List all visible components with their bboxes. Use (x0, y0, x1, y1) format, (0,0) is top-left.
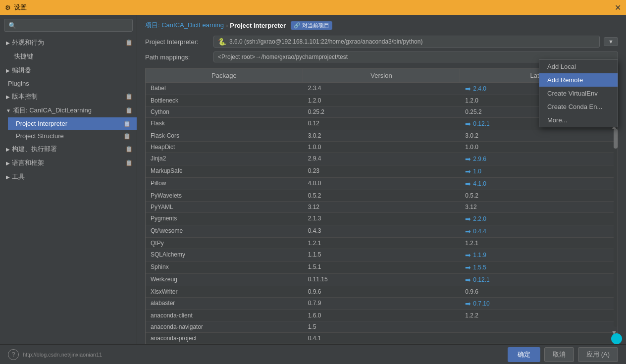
cell-latest: ➡0.12.1 (460, 274, 618, 286)
cell-package: Bottleneck (146, 95, 303, 106)
cell-version: 0.9.6 (303, 286, 461, 297)
latest-value: 0.4.4 (473, 228, 486, 235)
sidebar-item-label: Project Structure (16, 132, 64, 140)
cell-package: Werkzeug (146, 274, 303, 286)
vertical-scrollbar[interactable] (614, 129, 618, 327)
table-row[interactable]: anaconda-navigator1.5 (146, 321, 618, 333)
cell-version: 2.1.3 (303, 213, 461, 225)
latest-value: 1.0 (473, 168, 481, 175)
apply-button[interactable]: 应用 (A) (578, 347, 618, 362)
table-row[interactable]: PyYAML3.123.12 (146, 202, 618, 213)
sidebar: 🔍 ▶ 外观和行为 📋 快捷键 ▶ 编辑器 Plugins ▶ 版本控制 📋 ▼… (0, 15, 137, 344)
sidebar-item-editor[interactable]: ▶ 编辑器 (0, 63, 137, 77)
cell-package: Pillow (146, 178, 303, 190)
sidebar-item-plugins[interactable]: Plugins (0, 77, 137, 90)
bottom-right: 确定 取消 应用 (A) (508, 347, 618, 362)
cell-package: Cython (146, 106, 303, 117)
cell-version: 0.7.9 (303, 298, 461, 310)
breadcrumb-project: 项目: CanICA_DictLearning (145, 21, 224, 30)
ok-button[interactable]: 确定 (508, 347, 540, 362)
cell-package: Pygments (146, 213, 303, 225)
cell-version: 4.0.0 (303, 178, 461, 190)
interpreter-dropdown-button[interactable]: ▼ (604, 37, 618, 46)
copy-icon: 📋 (125, 146, 133, 153)
cell-version: 0.5.2 (303, 190, 461, 201)
scrollbar-thumb[interactable] (614, 129, 618, 149)
cell-package: HeapDict (146, 142, 303, 153)
table-row[interactable]: QtAwesome0.4.3➡0.4.4 (146, 225, 618, 238)
cell-version: 1.1.5 (303, 249, 461, 261)
cell-latest: 0.5.2 (460, 190, 618, 201)
update-arrow-icon: ➡ (465, 85, 471, 93)
cell-version: 2.3.4 (303, 83, 461, 95)
sidebar-item-appearance[interactable]: ▶ 外观和行为 📋 (0, 36, 137, 50)
cell-package: anaconda-project (146, 333, 303, 344)
col-package: Package (146, 69, 303, 82)
update-arrow-icon: ➡ (465, 120, 471, 128)
table-row[interactable]: Sphinx1.5.1➡1.5.5 (146, 261, 618, 274)
help-button[interactable]: ? (8, 349, 19, 360)
sidebar-item-label: Plugins (8, 80, 29, 87)
status-indicator (611, 333, 622, 344)
dropdown-item-more[interactable]: More... (539, 113, 618, 127)
dropdown-item-add-remote[interactable]: Add Remote (539, 73, 618, 87)
title-bar-left: ⚙ 设置 (5, 3, 27, 12)
table-row[interactable]: Jinja22.9.4➡2.9.6 (146, 153, 618, 165)
dropdown-item-create-conda[interactable]: Create Conda En... (539, 100, 618, 113)
sidebar-item-label: 项目: CanICA_DictLearning (13, 106, 92, 115)
table-row[interactable]: alabaster0.7.9➡0.7.10 (146, 298, 618, 310)
table-row[interactable]: anaconda-client1.6.01.2.2 (146, 310, 618, 321)
cell-latest (460, 321, 618, 332)
search-input[interactable] (19, 22, 128, 29)
cell-latest: ➡2.9.6 (460, 153, 618, 165)
title-bar: ⚙ 设置 ✕ (0, 0, 626, 15)
cell-package: anaconda-client (146, 310, 303, 321)
sidebar-item-project-structure[interactable]: Project Structure 📋 (8, 130, 137, 142)
update-arrow-icon: ➡ (465, 155, 471, 163)
sidebar-project-children: Project Interpreter 📋 Project Structure … (0, 117, 137, 142)
sidebar-item-languages[interactable]: ▶ 语言和框架 📋 (0, 156, 137, 170)
cell-package: Flask (146, 118, 303, 130)
table-row[interactable]: Werkzeug0.11.15➡0.12.1 (146, 274, 618, 286)
sidebar-item-label: 快捷键 (14, 52, 33, 61)
cell-latest: 1.2.1 (460, 238, 618, 249)
cell-package: MarkupSafe (146, 165, 303, 177)
cell-latest (460, 333, 618, 344)
arrow-icon: ▶ (6, 147, 10, 152)
sidebar-item-build[interactable]: ▶ 构建、执行部署 📋 (0, 142, 137, 156)
table-row[interactable]: anaconda-project0.4.1 (146, 333, 618, 344)
cell-package: anaconda-navigator (146, 321, 303, 332)
table-row[interactable]: PyWavelets0.5.20.5.2 (146, 190, 618, 202)
table-row[interactable]: Pygments2.1.3➡2.2.0 (146, 213, 618, 225)
interpreter-row: Project Interpreter: 🐍 3.6.0 (ssh://gxra… (137, 34, 626, 50)
table-row[interactable]: MarkupSafe0.23➡1.0 (146, 165, 618, 178)
breadcrumb-badge: 🔗 对当前项目 (291, 21, 332, 30)
sidebar-item-vcs[interactable]: ▶ 版本控制 📋 (0, 90, 137, 104)
close-button[interactable]: ✕ (615, 3, 621, 12)
sidebar-item-label: 编辑器 (12, 66, 31, 75)
search-box[interactable]: 🔍 (4, 19, 133, 32)
arrow-icon: ▶ (6, 94, 10, 100)
table-row[interactable]: Flask-Cors3.0.23.0.2 (146, 130, 618, 142)
cancel-button[interactable]: 取消 (544, 347, 574, 362)
sidebar-item-keymap[interactable]: 快捷键 (0, 50, 137, 63)
path-text: <Project root>→/home/gxrao/pycharmprojec… (218, 53, 348, 60)
table-row[interactable]: HeapDict1.0.01.0.0 (146, 142, 618, 153)
table-row[interactable]: SQLAlchemy1.1.5➡1.1.9 (146, 249, 618, 261)
update-arrow-icon: ➡ (465, 215, 471, 223)
update-arrow-icon: ➡ (465, 300, 471, 308)
table-row[interactable]: Pillow4.0.0➡4.1.0 (146, 178, 618, 190)
dropdown-menu: Add LocalAdd RemoteCreate VirtualEnvCrea… (539, 59, 618, 127)
table-row[interactable]: QtPy1.2.11.2.1 (146, 238, 618, 249)
cell-version: 1.2.1 (303, 238, 461, 249)
cell-latest: 3.0.2 (460, 130, 618, 141)
sidebar-item-label: 版本控制 (12, 92, 38, 101)
update-arrow-icon: ➡ (465, 167, 471, 175)
table-row[interactable]: XlsxWriter0.9.60.9.6 (146, 286, 618, 298)
sidebar-item-project[interactable]: ▼ 项目: CanICA_DictLearning 📋 (0, 104, 137, 117)
dropdown-item-create-venv[interactable]: Create VirtualEnv (539, 87, 618, 100)
sidebar-item-project-interpreter[interactable]: Project Interpreter 📋 (8, 117, 137, 130)
latest-value: 2.4.0 (473, 85, 486, 92)
sidebar-item-tools[interactable]: ▶ 工具 (0, 170, 137, 184)
dropdown-item-add-local[interactable]: Add Local (539, 60, 618, 73)
